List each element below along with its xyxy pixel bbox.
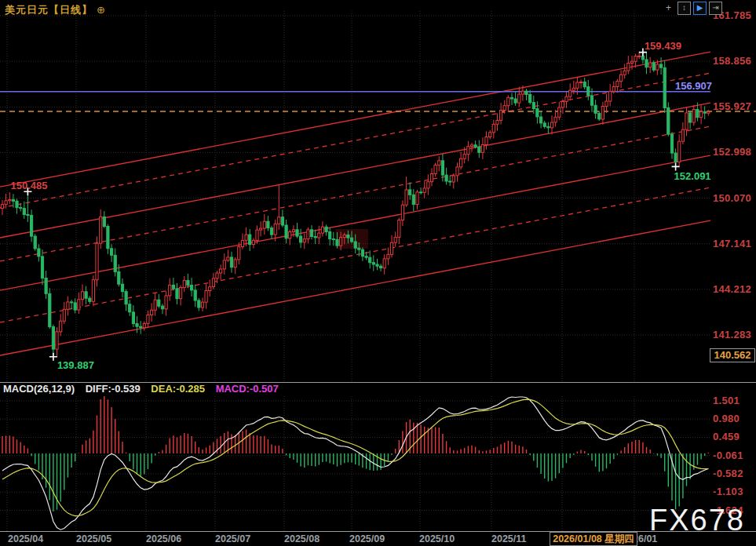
x-axis-label: 2025/11 <box>491 533 527 544</box>
macd-axis-tick: -0.061 <box>713 450 743 461</box>
chart-toolbar: +↕▶⇥ <box>662 2 722 15</box>
macd-axis-tick: -0.582 <box>713 468 743 479</box>
fx678-watermark: FX678 <box>649 504 745 537</box>
macd-macd-value: MACD:-0.507 <box>216 383 279 395</box>
price-annotation: 150.485 <box>10 180 47 191</box>
price-axis-tick: 144.212 <box>713 283 751 295</box>
axis-scale-icon[interactable]: ↕ <box>677 2 691 15</box>
price-axis-tick: 147.141 <box>713 238 751 249</box>
x-axis-label: 2025/07 <box>215 533 250 544</box>
x-axis-label: 2025/09 <box>349 533 385 544</box>
auto-scroll-icon[interactable]: ▶ <box>693 2 707 15</box>
title-text: 美元日元【日线】 <box>5 4 93 16</box>
add-indicator-icon[interactable]: ⊕ <box>97 4 106 16</box>
crosshair-price-label: 156.907 <box>675 80 712 92</box>
macd-title: MACD(26,12,9) <box>3 383 75 395</box>
x-axis-label: 2025/05 <box>76 533 111 544</box>
price-axis-tick: 155.927 <box>713 100 751 112</box>
go-to-latest-icon[interactable]: ⇥ <box>709 2 722 15</box>
chart-window: 美元日元【日线】⊕ +↕▶⇥ MACD(26,12,9) DIFF:-0.539… <box>0 0 756 546</box>
price-axis-tick: 158.856 <box>713 55 751 67</box>
macd-dea-value: DEA:-0.285 <box>151 383 205 395</box>
price-annotation: 139.887 <box>57 359 94 371</box>
macd-axis-tick: 0.980 <box>713 413 740 424</box>
x-axis-label: 2025/06 <box>146 533 181 544</box>
x-axis-label: 2025/04 <box>8 533 43 544</box>
crosshair-date-label: 2026/01/08 星期四 <box>550 532 637 546</box>
macd-diff-value: DIFF:-0.539 <box>86 383 141 395</box>
price-annotation: 159.439 <box>645 40 681 52</box>
price-alert-axis-label: 140.562 <box>710 348 755 362</box>
pan-move-icon[interactable]: + <box>662 2 675 15</box>
price-axis-tick: 141.283 <box>713 329 751 340</box>
macd-header: MACD(26,12,9) DIFF:-0.539 DEA:-0.285 MAC… <box>3 383 287 395</box>
instrument-title: 美元日元【日线】⊕ <box>5 3 106 17</box>
x-axis-label: 2025/08 <box>284 533 320 544</box>
x-axis-label: 2025/10 <box>419 533 455 544</box>
macd-axis-tick: -1.103 <box>713 486 743 497</box>
price-axis-tick: 150.070 <box>713 192 751 204</box>
price-axis-tick: 152.998 <box>713 146 751 158</box>
price-annotation: 152.091 <box>674 170 711 182</box>
chart-canvas[interactable] <box>0 0 756 546</box>
macd-axis-tick: 0.459 <box>713 431 740 442</box>
macd-axis-tick: 1.501 <box>713 395 740 406</box>
